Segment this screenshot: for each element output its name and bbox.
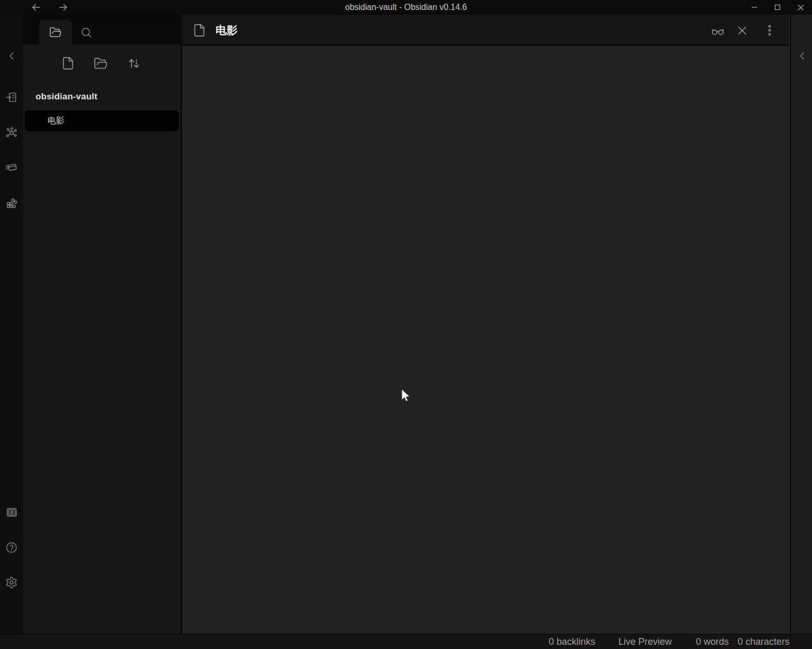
- right-sidebar-collapsed: [790, 15, 812, 634]
- settings-button[interactable]: [5, 576, 18, 589]
- expand-right-sidebar-button[interactable]: [796, 50, 808, 62]
- vault-icon: [5, 506, 18, 519]
- obsidian-window: obsidian-vault - Obsidian v0.14.6: [0, 0, 812, 649]
- window-controls: [743, 0, 812, 15]
- graph-view-button[interactable]: [5, 127, 18, 139]
- graph-view-icon: [5, 127, 18, 139]
- window-close-button[interactable]: [789, 0, 812, 15]
- new-note-button[interactable]: [55, 51, 81, 75]
- collapse-left-sidebar-button[interactable]: [5, 50, 18, 62]
- minimize-icon: [750, 3, 759, 12]
- status-bar: 0 backlinks Live Preview 0 words 0 chara…: [0, 634, 812, 649]
- sort-order-button[interactable]: [121, 51, 146, 75]
- window-title: obsidian-vault - Obsidian v0.14.6: [0, 0, 812, 15]
- blocks-icon: [5, 197, 18, 209]
- collapse-right-sidebar-icon: [796, 50, 808, 62]
- editor-pane: 电影: [182, 15, 789, 634]
- maximize-icon: [773, 3, 782, 12]
- quick-switcher-button[interactable]: [5, 91, 18, 104]
- more-options-button[interactable]: [763, 24, 776, 37]
- help-icon: [5, 541, 18, 554]
- sidebar-tabbar: [23, 15, 181, 44]
- more-options-icon: [763, 24, 776, 37]
- titlebar: obsidian-vault - Obsidian v0.14.6: [0, 0, 812, 15]
- tab-file-explorer[interactable]: [39, 20, 72, 44]
- close-pane-button[interactable]: [736, 24, 748, 37]
- settings-icon: [5, 576, 18, 589]
- backlinks-count[interactable]: 0 backlinks: [549, 636, 595, 647]
- vault-title: obsidian-vault: [36, 92, 97, 102]
- reading-mode-button[interactable]: [711, 24, 724, 37]
- window-close-icon: [796, 3, 806, 13]
- folder-icon: [49, 26, 62, 39]
- reading-mode-icon: [711, 24, 725, 38]
- new-folder-icon: [94, 56, 108, 71]
- sort-icon: [127, 56, 141, 71]
- file-explorer-pane: obsidian-vault 电影: [23, 15, 181, 634]
- file-icon: [193, 24, 206, 37]
- quick-switcher-icon: [5, 91, 18, 104]
- word-count: 0 words: [696, 636, 729, 647]
- new-note-icon: [61, 56, 75, 70]
- collapse-left-sidebar-icon: [5, 50, 18, 62]
- random-note-button[interactable]: [5, 197, 18, 209]
- file-item-selected[interactable]: 电影: [25, 110, 179, 131]
- character-count: 0 characters: [738, 636, 790, 647]
- open-vault-button[interactable]: [5, 506, 18, 519]
- tab-search[interactable]: [74, 20, 99, 44]
- note-content-area[interactable]: [182, 48, 789, 634]
- minimize-button[interactable]: [743, 0, 766, 15]
- editor-mode-toggle[interactable]: Live Preview: [618, 636, 672, 647]
- close-icon: [736, 24, 749, 37]
- command-palette-icon: [5, 161, 18, 174]
- search-icon: [80, 26, 93, 39]
- new-folder-button[interactable]: [88, 51, 113, 75]
- command-palette-button[interactable]: [5, 161, 18, 174]
- left-ribbon: [0, 15, 23, 634]
- maximize-button[interactable]: [766, 0, 789, 15]
- help-button[interactable]: [5, 541, 18, 554]
- note-title: 电影: [216, 15, 238, 46]
- view-header: 电影: [182, 15, 789, 46]
